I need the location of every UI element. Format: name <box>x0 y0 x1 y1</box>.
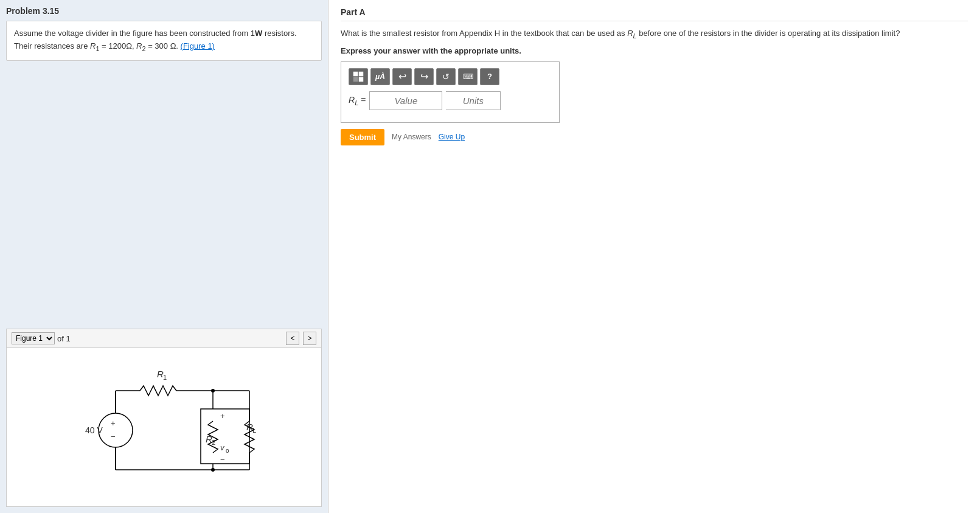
figure-next-button[interactable]: > <box>303 332 316 345</box>
svg-text:−: − <box>220 455 225 464</box>
value-input[interactable] <box>369 91 442 110</box>
reset-button[interactable]: ↺ <box>436 68 456 85</box>
express-instruction: Express your answer with the appropriate… <box>341 46 968 55</box>
left-panel: Problem 3.15 Assume the voltage divider … <box>0 0 328 513</box>
right-panel: Part A What is the smallest resistor fro… <box>328 0 980 513</box>
svg-text:1: 1 <box>163 374 167 381</box>
svg-text:40 V: 40 V <box>85 425 103 435</box>
figure-link[interactable]: (Figure 1) <box>181 41 215 51</box>
submit-row: Submit My Answers Give Up <box>341 129 968 145</box>
figure-content: R 1 + <box>7 348 321 506</box>
answer-box: μÀ ↩ ↪ ↺ ⌨ ? RL = <box>341 61 560 123</box>
help-button[interactable]: ? <box>480 68 499 85</box>
svg-point-19 <box>99 413 133 447</box>
svg-text:o: o <box>226 447 229 454</box>
give-up-link[interactable]: Give Up <box>439 133 465 141</box>
svg-text:−: − <box>111 432 116 441</box>
figure-panel: Figure 1 of 1 < > R 1 <box>6 329 322 507</box>
matrix-button[interactable] <box>349 68 368 85</box>
part-a-title: Part A <box>341 7 968 21</box>
svg-rect-33 <box>359 77 363 82</box>
units-input[interactable] <box>446 91 501 110</box>
undo-button[interactable]: ↩ <box>392 68 412 85</box>
svg-rect-30 <box>353 72 358 76</box>
keyboard-button[interactable]: ⌨ <box>458 68 478 85</box>
redo-button[interactable]: ↪ <box>414 68 434 85</box>
figure-of-label: of 1 <box>57 334 71 343</box>
figure-header: Figure 1 of 1 < > <box>7 329 321 348</box>
answer-toolbar: μÀ ↩ ↪ ↺ ⌨ ? <box>349 68 552 85</box>
svg-rect-31 <box>359 72 363 76</box>
mu-button[interactable]: μÀ <box>370 68 390 85</box>
svg-rect-32 <box>353 77 358 82</box>
my-answers-link[interactable]: My Answers <box>392 133 431 141</box>
answer-row: RL = <box>349 91 552 110</box>
svg-text:+: + <box>111 419 116 428</box>
question-text: What is the smallest resistor from Appen… <box>341 27 968 41</box>
matrix-icon <box>353 71 364 82</box>
svg-text:+: + <box>220 411 225 421</box>
rl-label: RL = <box>349 95 366 106</box>
figure-prev-button[interactable]: < <box>286 332 299 345</box>
problem-title: Problem 3.15 <box>6 6 322 16</box>
submit-button[interactable]: Submit <box>341 129 384 145</box>
circuit-diagram: R 1 + <box>67 360 262 494</box>
figure-select[interactable]: Figure 1 <box>12 332 55 344</box>
problem-statement: Assume the voltage divider in the figure… <box>6 21 322 61</box>
svg-text:v: v <box>220 443 225 452</box>
